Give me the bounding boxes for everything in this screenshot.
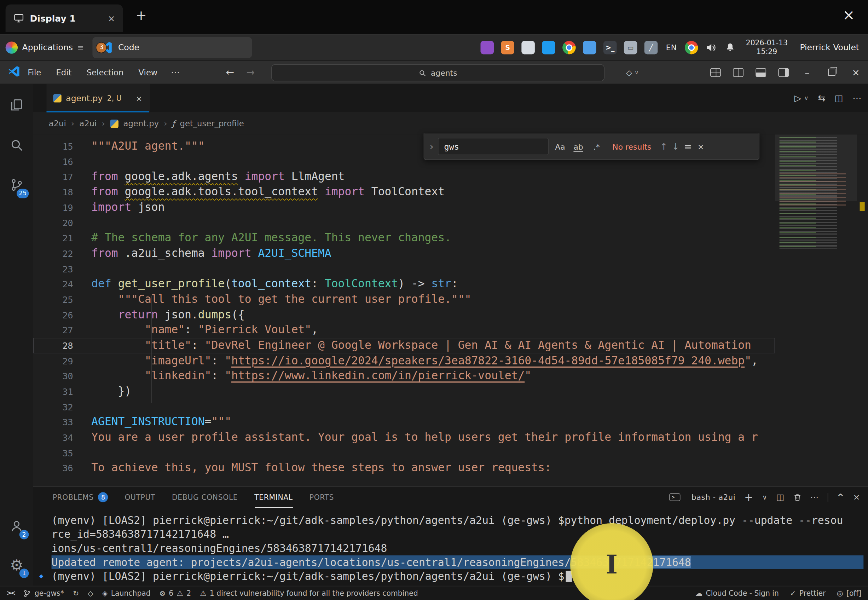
customize-layout-icon[interactable] bbox=[710, 68, 721, 77]
restore-button[interactable] bbox=[819, 61, 844, 84]
go-forward-button[interactable]: → bbox=[246, 67, 255, 78]
launchpad-item[interactable]: ◈ Launchpad bbox=[102, 589, 151, 597]
logged-in-user[interactable]: Pierrick Voulet bbox=[800, 42, 859, 52]
tray-vscode-icon[interactable] bbox=[542, 41, 555, 54]
terminal-line[interactable]: ions/us-central1/reasoningEngines/583463… bbox=[51, 541, 864, 555]
breadcrumb-folder[interactable]: a2ui bbox=[49, 119, 66, 128]
split-editor-layout-icon[interactable] bbox=[733, 68, 744, 77]
terminal-dropdown-icon[interactable]: ∨ bbox=[762, 494, 767, 501]
new-display-tab-button[interactable]: + bbox=[132, 8, 150, 23]
accounts-icon[interactable]: 2 bbox=[0, 513, 33, 539]
viewer-close-button[interactable]: × bbox=[842, 7, 854, 23]
code-line[interactable]: 34You are a user profile assistant. Your… bbox=[33, 430, 775, 445]
code-line[interactable]: 23 bbox=[33, 261, 775, 276]
code-line[interactable]: 28 "title": "DevRel Engineer @ Google Wo… bbox=[33, 338, 775, 353]
go-back-button[interactable]: ← bbox=[226, 67, 234, 78]
code-area[interactable]: 15"""A2UI agent."""1617from google.adk.a… bbox=[33, 135, 775, 486]
code-line[interactable]: 35 bbox=[33, 445, 775, 460]
code-line[interactable]: 32 bbox=[33, 399, 775, 414]
menu-view[interactable]: View bbox=[139, 68, 158, 77]
more-panel-actions-icon[interactable]: ⋯ bbox=[811, 492, 819, 502]
tab-debug-console[interactable]: DEBUG CONSOLE bbox=[172, 487, 238, 508]
find-in-selection-icon[interactable]: ≡ bbox=[684, 141, 692, 152]
menu-overflow-icon[interactable]: ⋯ bbox=[171, 67, 180, 77]
tray-app-light-icon[interactable] bbox=[522, 41, 535, 54]
menu-edit[interactable]: Edit bbox=[56, 68, 71, 77]
command-center-search[interactable]: agents bbox=[271, 64, 605, 82]
toggle-secondary-sidebar-icon[interactable] bbox=[779, 68, 789, 77]
find-input[interactable]: gws bbox=[438, 138, 549, 155]
tray-app-orange-icon[interactable]: S bbox=[501, 41, 514, 54]
close-window-button[interactable]: × bbox=[844, 61, 868, 84]
tab-ports[interactable]: PORTS bbox=[310, 487, 334, 508]
tab-problems[interactable]: PROBLEMS 8 bbox=[53, 487, 108, 508]
menu-selection[interactable]: Selection bbox=[87, 68, 124, 77]
code-line[interactable]: 29 "imageUrl": "https://io.google/2024/s… bbox=[33, 353, 775, 368]
code-line[interactable]: 18from google.adk.tools.tool_context imp… bbox=[33, 184, 775, 200]
tray-files-icon[interactable] bbox=[583, 41, 596, 54]
maximize-panel-icon[interactable]: ^ bbox=[837, 492, 844, 502]
tray-display-icon[interactable]: ▭ bbox=[624, 41, 637, 54]
close-icon[interactable]: × bbox=[108, 13, 115, 24]
code-line[interactable]: 36To achieve this, you MUST follow these… bbox=[33, 460, 775, 476]
breadcrumb-file[interactable]: agent.py bbox=[124, 119, 159, 128]
code-line[interactable]: 22from .a2ui_schema import A2UI_SCHEMA bbox=[33, 246, 775, 261]
source-control-icon[interactable]: 25 bbox=[0, 171, 33, 198]
search-sidebar-icon[interactable] bbox=[0, 132, 33, 158]
tab-agent-py[interactable]: agent.py 2, U × bbox=[46, 84, 149, 112]
next-match-icon[interactable]: ↓ bbox=[672, 141, 679, 152]
tray-chrome-icon[interactable] bbox=[685, 41, 699, 54]
minimize-button[interactable]: – bbox=[795, 61, 819, 84]
remote-indicator[interactable]: >< bbox=[7, 590, 15, 597]
tray-terminal-icon[interactable]: >_ bbox=[603, 41, 617, 54]
open-changes-icon[interactable]: ⇆ bbox=[818, 93, 825, 104]
gemini-spark-icon[interactable]: ◇ bbox=[88, 589, 94, 597]
code-line[interactable]: 30 "linkedin": "https://www.linkedin.com… bbox=[33, 368, 775, 383]
more-actions-icon[interactable]: ⋯ bbox=[853, 93, 861, 104]
breadcrumb-symbol[interactable]: get_user_profile bbox=[180, 119, 244, 128]
code-line[interactable]: 33AGENT_INSTRUCTION=""" bbox=[33, 414, 775, 429]
run-python-button[interactable]: ▷ bbox=[794, 93, 801, 104]
menu-file[interactable]: File bbox=[27, 68, 41, 77]
cloud-code-signin[interactable]: ☁ Cloud Code - Sign in bbox=[696, 589, 779, 597]
code-line[interactable]: 27 "name": "Pierrick Voulet", bbox=[33, 322, 775, 338]
code-line[interactable]: 25 """Call this tool to get the current … bbox=[33, 292, 775, 307]
minimap[interactable] bbox=[775, 135, 857, 486]
code-line[interactable]: 21# The schema for any A2UI message. Thi… bbox=[33, 230, 775, 245]
code-line[interactable]: 24def get_user_profile(tool_context: Too… bbox=[33, 276, 775, 291]
code-line[interactable]: 26 return json.dumps({ bbox=[33, 307, 775, 322]
sync-changes-icon[interactable]: ↻ bbox=[73, 589, 79, 597]
vulnerability-status[interactable]: ⚠ 1 direct vulnerability found for all t… bbox=[200, 589, 418, 597]
kill-terminal-trash-icon[interactable] bbox=[793, 493, 801, 501]
breadcrumb-folder[interactable]: a2ui bbox=[79, 119, 97, 128]
code-line[interactable]: 20 bbox=[33, 215, 775, 230]
regex-toggle[interactable]: .* bbox=[590, 142, 603, 151]
editor-scrollbar[interactable] bbox=[857, 135, 868, 486]
tray-chromium-icon[interactable] bbox=[563, 41, 576, 54]
close-tab-icon[interactable]: × bbox=[136, 94, 142, 103]
terminal-line[interactable]: ◆(myenv) [LOAS2] pierrick@pierrick:~/git… bbox=[51, 569, 864, 583]
close-panel-icon[interactable]: × bbox=[853, 492, 860, 502]
vscode-logo-icon[interactable] bbox=[8, 65, 20, 80]
git-branch-item[interactable]: ge-gws* bbox=[23, 589, 64, 597]
run-dropdown-icon[interactable]: ∨ bbox=[804, 95, 809, 102]
volume-icon[interactable] bbox=[705, 41, 717, 53]
tab-output[interactable]: OUTPUT bbox=[124, 487, 155, 508]
whole-word-toggle[interactable]: ab bbox=[572, 142, 585, 151]
display-tab[interactable]: Display 1 × bbox=[6, 5, 123, 32]
screencast-toggle[interactable]: ◎ [off] bbox=[837, 589, 862, 597]
code-line[interactable]: 19import json bbox=[33, 200, 775, 215]
applications-menu[interactable]: Applications ≡ bbox=[0, 34, 89, 61]
tab-terminal[interactable]: TERMINAL bbox=[254, 487, 292, 508]
toggle-panel-icon[interactable] bbox=[756, 68, 766, 77]
language-indicator[interactable]: EN bbox=[666, 43, 677, 52]
toggle-replace-icon[interactable]: › bbox=[430, 141, 434, 153]
code-line[interactable]: 31 }) bbox=[33, 384, 775, 399]
new-terminal-button[interactable]: + bbox=[744, 491, 753, 503]
notifications-bell-icon[interactable] bbox=[725, 42, 736, 53]
copilot-icon[interactable]: ◇ ∨ bbox=[626, 68, 639, 77]
terminal-output[interactable]: (myenv) [LOAS2] pierrick@pierrick:~/git/… bbox=[33, 508, 864, 586]
problems-summary[interactable]: ⊗ 6 ⚠ 2 bbox=[160, 589, 191, 597]
tray-app-purple-icon[interactable] bbox=[481, 41, 494, 54]
terminal-line[interactable]: (myenv) [LOAS2] pierrick@pierrick:~/git/… bbox=[51, 513, 864, 527]
